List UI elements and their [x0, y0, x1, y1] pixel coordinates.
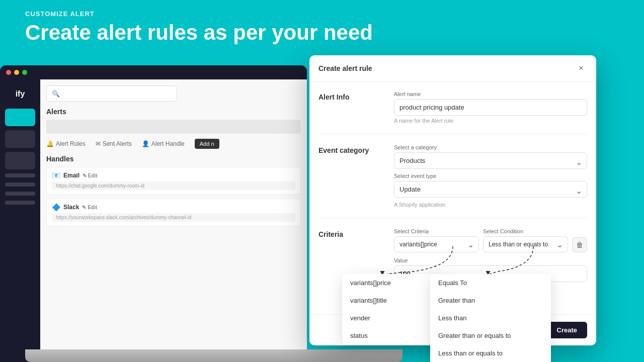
header-subtitle: CUSTOMIZE ALERT: [25, 10, 619, 18]
search-icon: 🔍: [52, 90, 60, 98]
window-close-dot: [6, 70, 11, 75]
dropdown-condition-item-3[interactable]: Greater than or equals to: [430, 327, 551, 344]
divider-2: [318, 218, 587, 218]
handle-slack-edit[interactable]: ✎ Edit: [82, 205, 97, 210]
handle-slack: 🔷 Slack ✎ Edit https://yourworkspace.sla…: [46, 199, 301, 226]
criteria-select-field: Select Criteria variants[]price: [394, 228, 479, 252]
trash-icon: 🗑: [576, 241, 583, 249]
add-button[interactable]: Add n: [195, 139, 219, 149]
condition-dropdown: Equals To Greater than Less than Greater…: [430, 274, 551, 362]
dropdown-criteria-item-0[interactable]: variants[]price: [342, 274, 443, 292]
window-minimize-dot: [14, 70, 19, 75]
tab-alert-handle[interactable]: 👤 Alert Handle: [142, 139, 185, 149]
handle-email-name: Email: [63, 172, 79, 179]
event-category-content: Select a category Products Select event …: [394, 144, 587, 208]
sidebar-text-2: [5, 183, 35, 187]
alerts-section-title: Alerts: [46, 108, 301, 116]
divider-1: [318, 134, 587, 134]
modal-close-icon-button[interactable]: ×: [575, 62, 587, 74]
alert-name-label: Alert name: [394, 91, 587, 97]
app-tabs: 🔔 Alert Rules ✉ Sent Alerts 👤 Alert Hand…: [46, 139, 301, 149]
handle-email: 📧 Email ✎ Edit https://chat.google.com/d…: [46, 167, 301, 195]
sidebar-text-4: [5, 201, 35, 205]
handle-slack-url: https://yourworkspace.slack.com/archives…: [52, 213, 295, 222]
dropdown-criteria-item-1[interactable]: variants[]title: [342, 292, 443, 309]
handles-title: Handles: [46, 155, 301, 163]
event-hint: A Shopify application: [394, 202, 587, 208]
event-category-section: Event category Select a category Product…: [318, 144, 587, 208]
dropdown-condition-item-0[interactable]: Equals To: [430, 274, 551, 292]
criteria-delete-button[interactable]: 🗑: [572, 237, 587, 252]
criteria-select-label: Select Criteria: [394, 228, 479, 234]
criteria-row: Select Criteria variants[]price Select C…: [394, 228, 587, 252]
dropdown-condition-item-2[interactable]: Less than: [430, 309, 551, 327]
modal-title: Create alert rule: [318, 64, 372, 72]
dropdown-criteria-item-2[interactable]: vender: [342, 309, 443, 327]
dropdown-criteria-item-3[interactable]: status: [342, 327, 443, 344]
slack-icon: 🔷: [52, 203, 60, 211]
sidebar-text-3: [5, 192, 35, 196]
app-main-content: 🔍 Alerts 🔔 Alert Rules ✉ Sent Alerts 👤 A…: [40, 79, 307, 362]
category-select[interactable]: Products: [394, 152, 587, 169]
app-search-bar[interactable]: 🔍: [46, 85, 177, 102]
header-title: Create alert rules as per your need: [25, 21, 619, 45]
condition-select-field: Select Condition Less than or equals to: [483, 228, 568, 252]
tab-sent-alerts-label: Sent Alerts: [103, 140, 132, 147]
alert-info-label: Alert Info: [318, 91, 384, 124]
criteria-select[interactable]: variants[]price: [394, 236, 479, 252]
event-type-label: Select event type: [394, 173, 587, 179]
alert-info-section: Alert Info Alert name A name for the Ale…: [318, 91, 587, 124]
event-type-select-wrapper: Update: [394, 181, 587, 200]
value-label: Value: [394, 257, 587, 263]
alert-name-input[interactable]: [394, 99, 587, 116]
email-icon: 📧: [52, 171, 60, 179]
condition-select-wrapper: Less than or equals to: [483, 236, 568, 252]
handle-email-edit[interactable]: ✎ Edit: [83, 173, 98, 178]
app-logo: ify: [5, 89, 35, 99]
handle-slack-name: Slack: [63, 204, 79, 211]
tab-alert-handle-label: Alert Handle: [151, 140, 185, 147]
close-icon: ×: [579, 64, 583, 73]
category-select-label: Select a category: [394, 144, 587, 150]
handle-email-url: https://chat.google.com/dummy-room-id: [52, 182, 295, 190]
event-category-label: Event category: [318, 144, 384, 208]
alerts-search[interactable]: [46, 120, 301, 134]
tab-alert-rules-label: Alert Rules: [56, 140, 86, 147]
header-banner: CUSTOMIZE ALERT Create alert rules as pe…: [0, 0, 644, 60]
sidebar-nav-item-3[interactable]: [5, 152, 35, 169]
tab-sent-alerts[interactable]: ✉ Sent Alerts: [96, 139, 132, 149]
criteria-dropdown: variants[]price variants[]title vender s…: [342, 274, 443, 344]
alert-name-hint: A name for the Alert rule: [394, 118, 587, 124]
background-app: ify 🔍 Alerts 🔔 Alert Rules: [0, 65, 307, 362]
sidebar-nav: [5, 109, 35, 205]
handles-section: Handles 📧 Email ✎ Edit https://chat.goog…: [46, 155, 301, 226]
window-maximize-dot: [22, 70, 27, 75]
dropdown-condition-item-4[interactable]: Less than or equals to: [430, 344, 551, 362]
sidebar-nav-item-2[interactable]: [5, 130, 35, 148]
create-button[interactable]: Create: [547, 322, 587, 338]
category-select-wrapper: Products: [394, 152, 587, 171]
event-type-select[interactable]: Update: [394, 181, 587, 198]
dropdown-condition-item-1[interactable]: Greater than: [430, 292, 551, 309]
user-icon: 👤: [142, 140, 149, 147]
condition-select[interactable]: Less than or equals to: [483, 236, 568, 252]
tab-alert-rules[interactable]: 🔔 Alert Rules: [46, 139, 86, 149]
condition-select-label: Select Condition: [483, 228, 568, 234]
sidebar-nav-item-1[interactable]: [5, 109, 35, 126]
app-sidebar: ify: [0, 79, 40, 362]
sidebar-text-1: [5, 173, 35, 177]
alert-info-content: Alert name A name for the Alert rule: [394, 91, 587, 124]
laptop-bottom: [25, 349, 403, 362]
bell-icon: 🔔: [46, 140, 54, 147]
modal-header: Create alert rule ×: [309, 55, 596, 82]
send-icon: ✉: [96, 140, 101, 147]
criteria-select-wrapper: variants[]price: [394, 236, 479, 252]
